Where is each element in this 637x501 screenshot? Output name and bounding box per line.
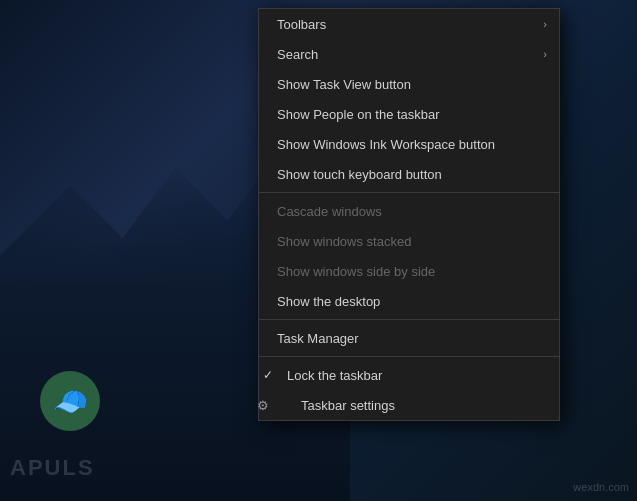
menu-item-search[interactable]: Search›: [259, 39, 559, 69]
menu-item-label-search: Search: [277, 47, 318, 62]
menu-item-label-toolbars: Toolbars: [277, 17, 326, 32]
menu-item-label-side-by-side: Show windows side by side: [277, 264, 435, 279]
gear-icon: ⚙: [257, 398, 269, 413]
menu-item-toolbars[interactable]: Toolbars›: [259, 9, 559, 39]
menu-item-task-manager[interactable]: Task Manager: [259, 323, 559, 353]
chevron-right-icon: ›: [543, 18, 547, 30]
menu-item-stacked: Show windows stacked: [259, 226, 559, 256]
menu-item-show-task-view[interactable]: Show Task View button: [259, 69, 559, 99]
menu-item-label-lock-taskbar: Lock the taskbar: [277, 368, 382, 383]
menu-item-label-task-manager: Task Manager: [277, 331, 359, 346]
menu-item-show-ink[interactable]: Show Windows Ink Workspace button: [259, 129, 559, 159]
menu-item-label-taskbar-settings: Taskbar settings: [291, 398, 395, 413]
menu-item-show-desktop[interactable]: Show the desktop: [259, 286, 559, 316]
site-watermark: APULS: [10, 455, 95, 481]
context-menu: Toolbars›Search›Show Task View buttonSho…: [258, 8, 560, 421]
separator-sep3: [259, 356, 559, 357]
menu-item-show-people[interactable]: Show People on the taskbar: [259, 99, 559, 129]
menu-item-label-cascade: Cascade windows: [277, 204, 382, 219]
chevron-right-icon: ›: [543, 48, 547, 60]
menu-item-label-show-ink: Show Windows Ink Workspace button: [277, 137, 495, 152]
avatar: 🧢: [40, 371, 110, 441]
menu-item-label-show-desktop: Show the desktop: [277, 294, 380, 309]
separator-sep2: [259, 319, 559, 320]
checkmark-icon: ✓: [263, 368, 273, 382]
separator-sep1: [259, 192, 559, 193]
menu-item-show-touch-keyboard[interactable]: Show touch keyboard button: [259, 159, 559, 189]
menu-item-taskbar-settings[interactable]: ⚙Taskbar settings: [259, 390, 559, 420]
menu-item-lock-taskbar[interactable]: ✓Lock the taskbar: [259, 360, 559, 390]
menu-item-label-show-task-view: Show Task View button: [277, 77, 411, 92]
menu-item-side-by-side: Show windows side by side: [259, 256, 559, 286]
menu-item-cascade: Cascade windows: [259, 196, 559, 226]
menu-item-label-show-touch-keyboard: Show touch keyboard button: [277, 167, 442, 182]
menu-item-label-stacked: Show windows stacked: [277, 234, 411, 249]
wexdn-watermark: wexdn.com: [573, 481, 629, 493]
menu-item-label-show-people: Show People on the taskbar: [277, 107, 440, 122]
avatar-image: 🧢: [40, 371, 100, 431]
